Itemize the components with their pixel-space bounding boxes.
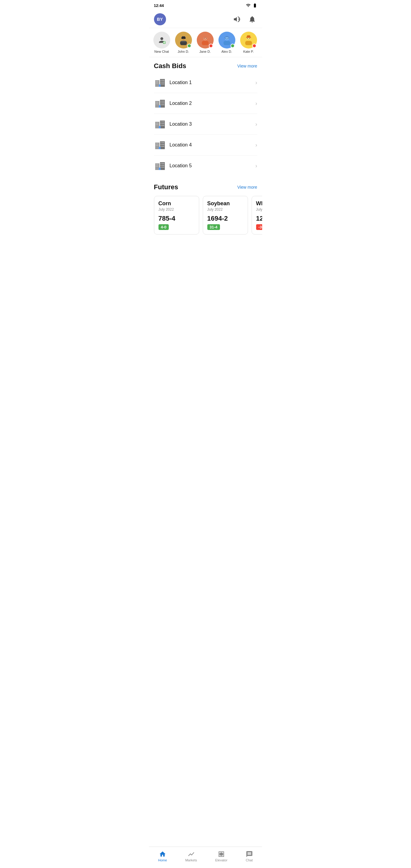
- svg-rect-68: [163, 123, 164, 124]
- svg-rect-31: [161, 80, 161, 81]
- svg-rect-71: [163, 125, 164, 126]
- svg-point-12: [206, 38, 207, 38]
- header-icons: [232, 14, 257, 24]
- svg-rect-8: [182, 36, 185, 37]
- location-2-name: Location 2: [170, 101, 255, 106]
- soybean-month: July 2022: [207, 207, 244, 212]
- svg-rect-49: [163, 101, 164, 101]
- svg-rect-93: [156, 166, 157, 167]
- svg-rect-50: [161, 102, 161, 103]
- svg-rect-77: [156, 145, 157, 146]
- svg-rect-101: [161, 167, 161, 167]
- location-1-chevron: ›: [255, 80, 257, 86]
- futures-cards: Corn July 2022 785-4 4-0 Soybean July 20…: [149, 193, 262, 239]
- new-chat-icon: [153, 32, 170, 49]
- wheat-month: July 2022: [256, 207, 262, 212]
- jane-status-dot: [209, 44, 213, 48]
- svg-point-5: [182, 38, 182, 39]
- status-time: 12:44: [154, 3, 164, 8]
- corn-price: 785-4: [158, 215, 195, 222]
- contact-name-jane: Jane D.: [199, 50, 211, 53]
- svg-rect-23: [245, 41, 252, 45]
- contacts-row: New Chat John D.: [149, 28, 262, 57]
- svg-rect-35: [162, 82, 163, 83]
- contact-name-kate: Kate P.: [243, 50, 254, 53]
- svg-rect-46: [157, 103, 158, 104]
- user-avatar[interactable]: BY: [154, 13, 166, 25]
- svg-rect-40: [159, 84, 161, 87]
- wifi-icon: [246, 3, 251, 8]
- futures-title: Futures: [154, 183, 179, 191]
- svg-rect-66: [161, 123, 161, 124]
- alex-status-dot: [230, 44, 235, 48]
- soybean-price: 1694-2: [207, 215, 244, 222]
- building-icon-3: [155, 119, 165, 130]
- location-item-1[interactable]: Location 1 ›: [154, 72, 257, 93]
- header: BY: [149, 11, 262, 28]
- svg-rect-64: [162, 121, 163, 122]
- futures-card-wheat[interactable]: Wheat July 2022 1200- -30-6: [252, 196, 262, 235]
- bell-icon: [248, 16, 256, 23]
- new-chat-avatar-wrap: [153, 32, 170, 49]
- futures-card-soybean[interactable]: Soybean July 2022 1694-2 31-4: [203, 196, 248, 235]
- svg-rect-33: [163, 80, 164, 81]
- svg-point-22: [249, 38, 250, 38]
- wheat-commodity: Wheat: [256, 200, 262, 207]
- svg-rect-24: [247, 36, 250, 37]
- svg-point-16: [225, 38, 226, 38]
- futures-card-corn[interactable]: Corn July 2022 785-4 4-0: [154, 196, 199, 235]
- location-3-icon: [154, 118, 166, 130]
- contact-john[interactable]: John D.: [175, 32, 193, 53]
- svg-rect-56: [159, 105, 161, 107]
- deals-icon: [233, 16, 241, 23]
- corn-change: 4-0: [158, 224, 169, 230]
- location-item-2[interactable]: Location 2 ›: [154, 93, 257, 114]
- svg-rect-44: [157, 102, 158, 103]
- futures-view-more[interactable]: View more: [238, 185, 257, 190]
- contact-kate[interactable]: Kate P.: [240, 32, 258, 53]
- cash-bids-view-more[interactable]: View more: [238, 64, 257, 68]
- svg-rect-53: [161, 104, 161, 105]
- svg-rect-59: [156, 123, 157, 124]
- location-4-name: Location 4: [170, 142, 255, 148]
- alex-avatar-wrap: [218, 32, 235, 49]
- main-content: Cash Bids View more: [149, 57, 262, 266]
- svg-rect-88: [159, 147, 161, 149]
- svg-rect-47: [161, 101, 161, 101]
- deals-button[interactable]: [232, 14, 242, 24]
- corn-commodity: Corn: [158, 200, 195, 207]
- svg-rect-63: [161, 121, 161, 122]
- svg-point-6: [184, 38, 185, 39]
- contact-name-new-chat: New Chat: [154, 50, 169, 53]
- notifications-button[interactable]: [247, 14, 257, 24]
- wheat-change: -30-6: [256, 224, 262, 230]
- location-item-3[interactable]: Location 3 ›: [154, 114, 257, 135]
- battery-icon: [253, 3, 257, 8]
- contact-name-john: John D.: [178, 50, 189, 53]
- futures-header: Futures View more: [149, 179, 262, 193]
- contact-alex[interactable]: Alex D.: [218, 32, 236, 53]
- svg-rect-96: [162, 163, 163, 164]
- building-icon-4: [155, 140, 165, 150]
- contact-new-chat[interactable]: New Chat: [153, 32, 171, 53]
- location-item-4[interactable]: Location 4 ›: [154, 135, 257, 156]
- svg-rect-7: [181, 41, 186, 42]
- building-icon-2: [155, 98, 165, 109]
- building-icon: [155, 77, 165, 88]
- contact-jane[interactable]: Jane D.: [196, 32, 214, 53]
- svg-rect-43: [156, 102, 157, 103]
- svg-rect-76: [157, 144, 158, 144]
- svg-rect-51: [162, 102, 163, 103]
- location-1-icon: [154, 76, 166, 89]
- svg-rect-80: [162, 142, 163, 143]
- svg-rect-104: [159, 167, 161, 170]
- location-1-name: Location 1: [170, 80, 255, 85]
- location-item-5[interactable]: Location 5 ›: [154, 156, 257, 176]
- corn-month: July 2022: [158, 207, 195, 212]
- location-5-name: Location 5: [170, 163, 255, 168]
- svg-rect-32: [162, 80, 163, 81]
- status-bar: 12:44: [149, 0, 262, 11]
- svg-rect-45: [156, 103, 157, 104]
- svg-rect-72: [159, 126, 161, 128]
- status-icons: [246, 3, 257, 8]
